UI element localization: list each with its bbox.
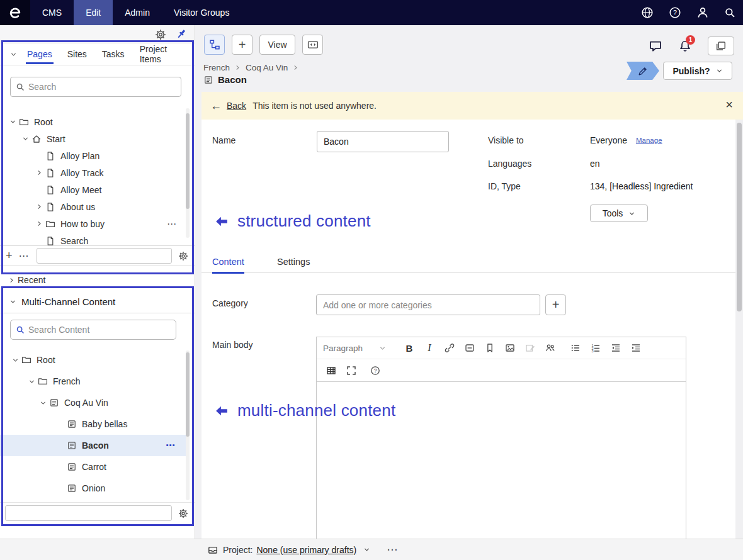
tree-item-alloy-track[interactable]: Alloy Track xyxy=(0,164,187,181)
manage-link[interactable]: Manage xyxy=(636,137,662,144)
content-search-input[interactable] xyxy=(28,325,171,335)
tree-item-alloy-plan[interactable]: Alloy Plan xyxy=(0,147,187,164)
projects-button[interactable] xyxy=(708,36,734,55)
content-filter-input[interactable] xyxy=(5,505,172,521)
breadcrumb-item-coq-au-vin[interactable]: Coq Au Vin xyxy=(246,63,288,72)
tree-item-start[interactable]: Start xyxy=(0,130,187,147)
multi-channel-content-header[interactable]: Multi-Channel Content xyxy=(0,291,195,313)
search-icon[interactable] xyxy=(724,7,735,18)
project-options-dots-icon[interactable]: ⋯ xyxy=(387,543,398,556)
numbered-list-icon[interactable] xyxy=(587,340,604,356)
bold-button[interactable]: B xyxy=(401,340,417,356)
tree-item-label: Root xyxy=(34,117,53,127)
image-icon[interactable] xyxy=(502,340,518,356)
tree-item-root[interactable]: Root xyxy=(0,113,187,130)
tree-item-onion[interactable]: Onion xyxy=(0,478,187,499)
tree-item-about-us[interactable]: About us xyxy=(0,198,187,215)
pin-panel-icon[interactable] xyxy=(176,28,187,40)
tab-pages[interactable]: Pages xyxy=(26,45,54,64)
main-scrollbar-thumb[interactable] xyxy=(737,123,742,311)
chevron-down-icon[interactable] xyxy=(6,298,19,305)
globe-icon[interactable] xyxy=(641,6,654,19)
chevron-down-icon[interactable] xyxy=(6,118,19,125)
tree-filter-input[interactable] xyxy=(37,248,172,264)
name-input[interactable] xyxy=(317,131,449,152)
tree-item-carrot[interactable]: Carrot xyxy=(0,456,187,478)
tree-item-search[interactable]: Search xyxy=(0,232,187,245)
chevron-down-icon[interactable] xyxy=(19,135,31,142)
toggle-navigation-pane-button[interactable] xyxy=(204,35,225,55)
add-page-plus-icon[interactable]: + xyxy=(6,249,13,262)
page-tree-footer-toolbar: + ⋯ xyxy=(0,245,195,266)
project-selector-link[interactable]: None (use primary drafts) xyxy=(256,545,356,555)
link-icon[interactable] xyxy=(441,340,458,356)
topnav-item-admin[interactable]: Admin xyxy=(113,0,162,25)
chevron-right-icon[interactable] xyxy=(33,203,45,210)
topnav-item-cms[interactable]: CMS xyxy=(30,0,74,25)
pages-search-input[interactable] xyxy=(28,82,176,92)
content-block-icon xyxy=(67,419,77,429)
embed-icon[interactable] xyxy=(462,340,478,356)
tree-item-french[interactable]: French xyxy=(0,371,187,392)
recent-section-header[interactable]: Recent xyxy=(0,272,195,288)
collapse-panel-chevron-icon[interactable] xyxy=(10,51,17,58)
chat-feedback-icon[interactable] xyxy=(649,39,662,53)
add-category-button[interactable]: + xyxy=(545,294,566,315)
table-icon[interactable] xyxy=(323,362,339,379)
tools-dropdown-button[interactable]: Tools xyxy=(590,204,648,222)
close-icon[interactable]: × xyxy=(725,98,733,112)
notifications-bell-icon[interactable]: 1 xyxy=(679,40,691,52)
project-label: Project: xyxy=(223,545,252,555)
indent-icon[interactable] xyxy=(628,340,644,356)
visitor-group-icon[interactable] xyxy=(542,340,559,356)
context-menu-dots-icon[interactable]: ⋯ xyxy=(166,440,176,451)
main-content-area: + View 1 French Coq Au Vin Bacon Publish… xyxy=(195,25,743,539)
view-button[interactable]: View xyxy=(259,35,295,55)
fullscreen-icon[interactable] xyxy=(343,362,360,379)
back-link[interactable]: Back xyxy=(227,101,246,111)
outdent-icon[interactable] xyxy=(608,340,624,356)
category-input[interactable] xyxy=(316,294,540,315)
tree-item-coq-au-vin[interactable]: Coq Au Vin xyxy=(0,392,187,413)
italic-button[interactable]: I xyxy=(421,340,438,356)
context-menu-dots-icon[interactable]: ⋯ xyxy=(167,218,177,230)
editor-help-icon[interactable] xyxy=(367,362,383,379)
tree-item-how-to-buy[interactable]: How to buy ⋯ xyxy=(0,215,187,232)
more-options-dots-icon[interactable]: ⋯ xyxy=(19,250,29,262)
paragraph-format-dropdown[interactable]: Paragraph xyxy=(323,344,391,353)
topnav-item-edit[interactable]: Edit xyxy=(74,0,113,25)
user-icon[interactable] xyxy=(696,6,709,19)
optimizely-logo-icon[interactable] xyxy=(0,0,30,25)
topnav-item-visitor-groups[interactable]: Visitor Groups xyxy=(162,0,241,25)
breadcrumb-item-french[interactable]: French xyxy=(203,63,230,72)
tree-scrollbar-thumb[interactable] xyxy=(186,113,190,209)
tree-item-bacon-selected[interactable]: Bacon ⋯ xyxy=(0,435,187,456)
chevron-right-icon[interactable] xyxy=(33,169,45,176)
compare-versions-button[interactable] xyxy=(302,35,323,55)
main-body-field-label: Main body xyxy=(212,340,253,350)
add-content-button[interactable]: + xyxy=(232,35,252,55)
publish-button[interactable]: Publish? xyxy=(663,62,732,80)
chevron-down-icon[interactable] xyxy=(25,378,38,385)
bullet-list-icon[interactable] xyxy=(567,340,584,356)
tree-settings-gear-icon[interactable] xyxy=(178,251,188,261)
tree-item-baby-bellas[interactable]: Baby bellas xyxy=(0,413,187,435)
tab-sites[interactable]: Sites xyxy=(66,45,88,64)
tab-tasks[interactable]: Tasks xyxy=(101,45,126,64)
tab-content[interactable]: Content xyxy=(212,257,244,274)
chevron-down-icon[interactable] xyxy=(37,400,49,406)
chevron-right-icon[interactable] xyxy=(33,220,45,227)
content-settings-gear-icon[interactable] xyxy=(178,508,188,518)
home-icon xyxy=(31,134,42,144)
help-icon[interactable] xyxy=(669,6,681,19)
edit-mode-pennant-button[interactable] xyxy=(627,62,659,80)
chevron-down-icon[interactable] xyxy=(360,546,373,553)
anchor-icon[interactable] xyxy=(482,340,498,356)
content-tree-scrollbar-thumb[interactable] xyxy=(186,352,190,437)
chevron-down-icon[interactable] xyxy=(9,357,21,364)
tree-item-alloy-meet[interactable]: Alloy Meet xyxy=(0,181,187,198)
tab-settings[interactable]: Settings xyxy=(277,257,310,272)
tree-item-root[interactable]: Root xyxy=(0,349,187,371)
tab-project-items[interactable]: Project Items xyxy=(139,40,182,69)
sidebar-settings-gear-icon[interactable] xyxy=(155,29,166,40)
